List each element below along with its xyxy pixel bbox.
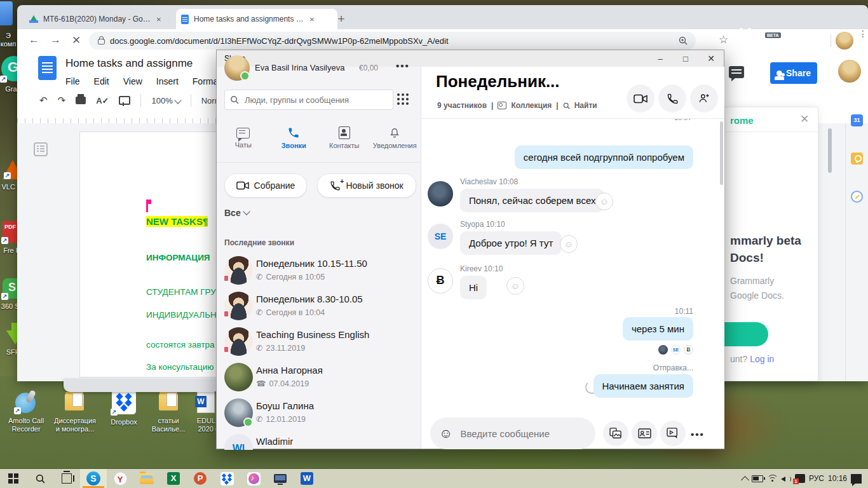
battery-icon[interactable]: [752, 475, 763, 482]
skype-balance[interactable]: €0,00: [359, 64, 378, 72]
wifi-icon[interactable]: [767, 475, 777, 482]
docs-document-title[interactable]: Home tasks and assignme: [65, 57, 218, 70]
notification-app-icon[interactable]: 1: [795, 474, 805, 483]
message-incoming[interactable]: Доброе утро! Я тут: [460, 231, 562, 255]
message-incoming[interactable]: Hi: [460, 276, 487, 299]
message-outgoing-sending[interactable]: Начинаем занятия: [593, 374, 694, 398]
undo-icon[interactable]: ↶: [39, 95, 48, 106]
close-icon[interactable]: ✕: [800, 112, 809, 126]
profile-avatar[interactable]: [224, 55, 250, 81]
taskbar-dropbox[interactable]: [214, 469, 240, 488]
call-list-item[interactable]: Teaching Business English 23.11.2019: [217, 325, 421, 360]
browser-tab-1[interactable]: MT6-61B(2020) Monday - Googl: [24, 9, 182, 29]
spellcheck-icon[interactable]: A✓: [96, 96, 109, 105]
close-button[interactable]: ✕: [698, 50, 724, 67]
avatar[interactable]: SE: [428, 224, 453, 249]
chat-scrollbar[interactable]: [720, 121, 723, 185]
search-box[interactable]: [224, 90, 393, 110]
paint-format-icon[interactable]: [119, 96, 130, 105]
avatar[interactable]: [428, 181, 453, 207]
tab-close-icon[interactable]: [156, 15, 161, 24]
message-outgoing[interactable]: сегодня всей подгруппой попробуем: [515, 146, 693, 169]
comments-icon[interactable]: [729, 66, 744, 78]
menu-view[interactable]: View: [123, 76, 142, 86]
menu-edit[interactable]: Edit: [94, 76, 109, 86]
share-button[interactable]: Share: [770, 62, 817, 84]
docs-account-avatar[interactable]: [838, 60, 861, 83]
taskbar-itunes[interactable]: ♪: [240, 469, 267, 488]
maximize-button[interactable]: □: [673, 50, 698, 67]
url-text[interactable]: docs.google.com/document/d/1I3hEFfWoCYqZ…: [110, 36, 449, 46]
document-outline-icon[interactable]: [34, 142, 48, 156]
docs-scrollbar[interactable]: [828, 128, 832, 173]
add-reaction-icon[interactable]: [506, 277, 524, 295]
dialpad-icon[interactable]: [397, 93, 410, 106]
search-input[interactable]: [243, 95, 373, 105]
send-contact-button[interactable]: [632, 421, 657, 446]
video-message-button[interactable]: [660, 421, 686, 446]
calls-filter-dropdown[interactable]: Все: [224, 208, 249, 218]
menu-format[interactable]: Forma: [193, 76, 218, 86]
clock[interactable]: 10:16: [828, 474, 847, 483]
tray-expand-icon[interactable]: [741, 476, 749, 484]
add-person-button[interactable]: [690, 85, 718, 112]
google-docs-logo[interactable]: [38, 56, 57, 80]
taskbar-search-button[interactable]: [27, 469, 53, 488]
more-options-icon[interactable]: [691, 429, 705, 440]
tab-notifications[interactable]: Уведомления: [370, 127, 421, 149]
taskbar-skype[interactable]: S: [80, 469, 107, 488]
taskbar-remote-desktop[interactable]: [267, 469, 294, 488]
start-button[interactable]: [0, 469, 27, 488]
print-icon[interactable]: [76, 97, 86, 104]
profile-more-icon[interactable]: [396, 60, 410, 71]
call-list-item[interactable]: Wl Wladimir: [217, 431, 421, 450]
audio-call-button[interactable]: [658, 85, 686, 112]
taskbar-word[interactable]: W: [294, 469, 320, 488]
call-list-item[interactable]: Понедельник 8.30-10.05 Сегодня в 10:04: [217, 289, 421, 325]
stop-button[interactable]: ✕: [72, 34, 81, 47]
back-button[interactable]: ←: [29, 34, 39, 46]
tab-calls-active[interactable]: Звонки: [269, 126, 320, 149]
browser-tab-2-active[interactable]: Home tasks and assignments - G: [176, 9, 337, 29]
avatar-bitcoin[interactable]: [428, 268, 453, 294]
collection-link[interactable]: Коллекция: [511, 101, 552, 110]
message-input[interactable]: [459, 428, 582, 440]
call-list-item[interactable]: Боуш Галина 12.01.2019: [217, 396, 421, 431]
redo-icon[interactable]: ↷: [58, 95, 66, 106]
send-media-button[interactable]: [603, 421, 628, 446]
google-tasks-icon[interactable]: [851, 191, 863, 203]
login-link[interactable]: Log in: [750, 354, 774, 364]
add-reaction-icon[interactable]: [595, 193, 613, 210]
volume-icon[interactable]: [781, 475, 791, 482]
language-indicator[interactable]: РУС: [809, 474, 824, 483]
video-call-button[interactable]: [627, 85, 654, 112]
call-list-item[interactable]: Анна Нагорная 07.04.2019: [217, 360, 421, 396]
bookmark-star-icon[interactable]: ☆: [719, 33, 728, 46]
zoom-page-icon[interactable]: [678, 36, 688, 46]
new-tab-button[interactable]: +: [334, 11, 349, 27]
tab-contacts[interactable]: Контакты: [319, 126, 370, 149]
meet-now-button[interactable]: Собрание: [224, 173, 307, 198]
taskbar-excel[interactable]: X: [160, 469, 187, 488]
browser-profile-avatar[interactable]: [836, 32, 853, 50]
tab-chats[interactable]: Чаты: [218, 128, 269, 149]
menu-insert[interactable]: Insert: [156, 76, 179, 86]
taskbar-yandex-browser[interactable]: Y: [107, 469, 133, 488]
message-outgoing[interactable]: через 5 мин: [623, 317, 693, 341]
desktop-icon-fragment[interactable]: [0, 1, 13, 25]
new-call-button[interactable]: + Новый звонок: [317, 173, 416, 198]
task-view-button[interactable]: [53, 469, 80, 488]
add-reaction-icon[interactable]: [560, 235, 578, 253]
address-bar[interactable]: docs.google.com/document/d/1I3hEFfWoCYqZ…: [89, 32, 696, 50]
minimize-button[interactable]: –: [648, 50, 673, 67]
google-keep-icon[interactable]: [851, 152, 863, 165]
menu-file[interactable]: File: [65, 76, 80, 86]
message-input-bar[interactable]: [430, 417, 595, 449]
call-list-item[interactable]: Понедельник 10.15-11.50 Сегодня в 10:05: [217, 254, 421, 289]
browser-menu-kebab-icon[interactable]: ⋮: [858, 31, 864, 37]
tab-close-icon[interactable]: [309, 15, 315, 24]
participants-count[interactable]: 9 участников: [437, 101, 487, 110]
profile-name[interactable]: Eva Basil Irina Vasilyeva: [255, 63, 344, 72]
message-incoming[interactable]: Понял, сейчас соберем всех: [460, 189, 604, 212]
taskbar-file-explorer[interactable]: [133, 469, 160, 488]
